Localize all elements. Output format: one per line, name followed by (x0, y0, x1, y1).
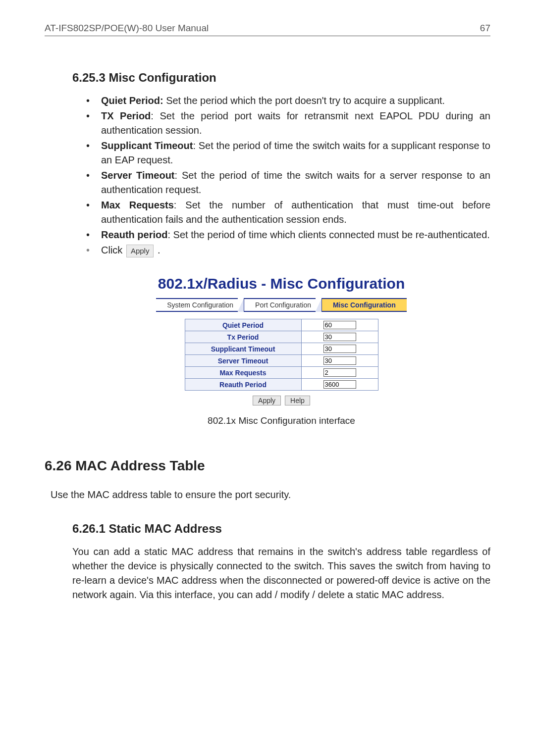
row-value-cell (301, 379, 378, 391)
quiet-period-input[interactable] (323, 321, 356, 329)
bullet-tx-period: TX Period: Set the period port waits for… (86, 109, 490, 138)
row-server-timeout: Server Timeout (185, 355, 378, 367)
bullet-label: Supplicant Timeout (101, 140, 193, 151)
help-button[interactable]: Help (285, 396, 310, 405)
figure-buttons: Apply Help (72, 396, 490, 405)
bullet-text: Set the period which the port doesn't tr… (163, 95, 445, 106)
bullet-label: Reauth period (101, 229, 167, 240)
tab-label: Misc Configuration (333, 301, 396, 309)
tab-notch-icon (238, 298, 245, 312)
row-quiet-period: Quiet Period (185, 319, 378, 331)
max-requests-input[interactable] (323, 368, 356, 377)
supplicant-timeout-input[interactable] (323, 345, 356, 353)
tab-misc-configuration[interactable]: Misc Configuration (322, 298, 407, 312)
doc-title: AT-IFS802SP/POE(W)-80 User Manual (45, 23, 209, 34)
row-label: Quiet Period (185, 319, 301, 331)
row-value-cell (301, 367, 378, 379)
tab-label: Port Configuration (255, 301, 311, 309)
bullet-label: Max Requests (101, 200, 174, 210)
tab-label: System Configuration (167, 301, 233, 309)
figure-caption: 802.1x Misc Configuration interface (72, 415, 490, 426)
tab-notch-icon (316, 298, 322, 312)
reauth-period-input[interactable] (323, 380, 356, 389)
heading-6-25-3: 6.25.3 Misc Configuration (72, 71, 490, 85)
bullet-max-requests: Max Requests: Set the number of authenti… (86, 198, 490, 227)
bullet-list: Quiet Period: Set the period which the p… (72, 94, 490, 257)
section-static-mac-address: 6.26.1 Static MAC Address You can add a … (72, 522, 490, 602)
page: AT-IFS802SP/POE(W)-80 User Manual 67 6.2… (0, 0, 535, 756)
row-max-requests: Max Requests (185, 367, 378, 379)
row-reauth-period: Reauth Period (185, 379, 378, 391)
row-value-cell (301, 331, 378, 343)
intro-6-26: Use the MAC address table to ensure the … (51, 488, 490, 502)
bullet-click-apply: Click Apply . (86, 243, 490, 257)
page-number: 67 (480, 23, 490, 34)
body-6-26-1: You can add a static MAC address that re… (72, 545, 490, 602)
bullet-label: TX Period (101, 110, 151, 121)
tab-system-configuration[interactable]: System Configuration (156, 298, 244, 312)
row-label: Supplicant Timeout (185, 343, 301, 355)
tabs-row: System Configuration Port Configuration … (72, 298, 490, 312)
row-supplicant-timeout: Supplicant Timeout (185, 343, 378, 355)
tx-period-input[interactable] (323, 333, 356, 341)
page-header: AT-IFS802SP/POE(W)-80 User Manual 67 (45, 23, 490, 36)
bullet-label: Quiet Period: (101, 95, 163, 106)
figure-title: 802.1x/Radius - Misc Configuration (72, 275, 490, 292)
row-label: Reauth Period (185, 379, 301, 391)
row-tx-period: Tx Period (185, 331, 378, 343)
row-value-cell (301, 355, 378, 367)
bullet-label: Server Timeout (101, 170, 175, 181)
bullet-reauth-period: Reauth period: Set the period of time wh… (86, 228, 490, 242)
bullet-text: : Set the period of time which clients c… (167, 229, 489, 240)
row-value-cell (301, 343, 378, 355)
tab-port-configuration[interactable]: Port Configuration (244, 298, 322, 312)
click-prefix: Click (101, 245, 125, 255)
heading-6-26-1: 6.26.1 Static MAC Address (72, 522, 490, 536)
figure-misc-config: 802.1x/Radius - Misc Configuration Syste… (72, 275, 490, 426)
row-label: Max Requests (185, 367, 301, 379)
server-timeout-input[interactable] (323, 356, 356, 365)
section-misc-configuration: 6.25.3 Misc Configuration Quiet Period: … (72, 71, 490, 426)
row-label: Tx Period (185, 331, 301, 343)
bullet-server-timeout: Server Timeout: Set the period of time t… (86, 168, 490, 197)
bullet-quiet-period: Quiet Period: Set the period which the p… (86, 94, 490, 108)
config-table: Quiet Period Tx Period Supplicant Timeou… (185, 319, 378, 391)
row-label: Server Timeout (185, 355, 301, 367)
bullet-text: : Set the period port waits for retransm… (101, 110, 490, 136)
apply-chip: Apply (126, 245, 154, 257)
bullet-supplicant-timeout: Supplicant Timeout: Set the period of ti… (86, 139, 490, 167)
click-suffix: . (155, 245, 160, 255)
heading-6-26: 6.26 MAC Address Table (45, 458, 490, 474)
apply-button[interactable]: Apply (253, 396, 281, 405)
row-value-cell (301, 319, 378, 331)
